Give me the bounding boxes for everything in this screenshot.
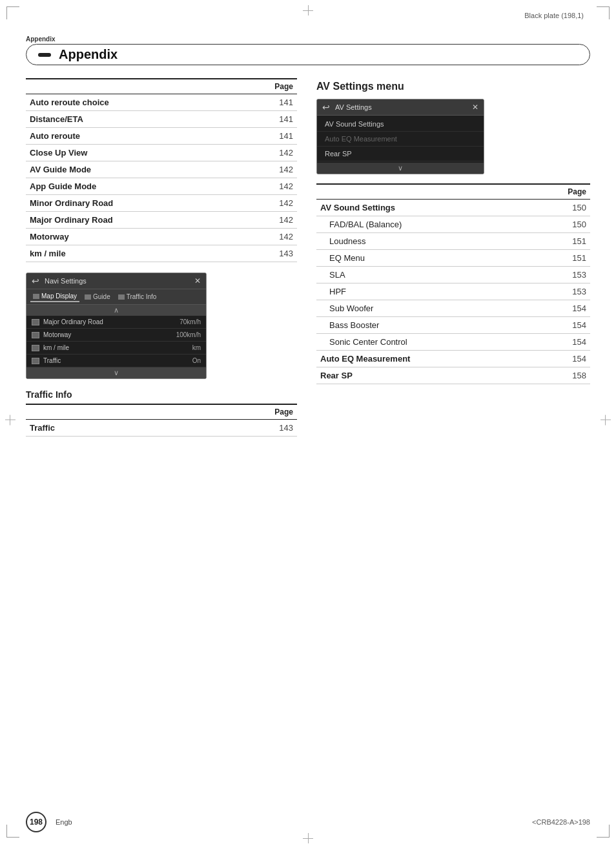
navi-row-value: 100km/h xyxy=(176,331,201,338)
av-settings-title: AV Settings menu xyxy=(316,81,590,92)
row-page: 153 xyxy=(532,283,590,300)
navi-row-label: Traffic xyxy=(43,357,189,364)
navi-tab-icon xyxy=(118,294,125,300)
row-label: Close Up View xyxy=(26,145,236,161)
av-scroll-down: ∨ xyxy=(317,163,484,174)
row-page: 158 xyxy=(532,367,590,384)
table-row: Minor Ordinary Road 142 xyxy=(26,195,297,212)
row-label: EQ Menu xyxy=(316,250,532,267)
navi-settings-screenshot: ↩ Navi Settings ✕ Map DisplayGuideTraffi… xyxy=(26,273,207,379)
corner-tl xyxy=(6,6,19,19)
traffic-index-table: Page Traffic 143 xyxy=(26,404,297,437)
row-page: 143 xyxy=(236,245,297,262)
row-label: Distance/ETA xyxy=(26,111,236,128)
row-label: km / mile xyxy=(26,245,236,262)
navi-row-icon xyxy=(32,358,39,364)
row-page: 151 xyxy=(532,233,590,250)
row-page: 142 xyxy=(236,195,297,212)
row-label: SLA xyxy=(316,267,532,283)
appendix-black-tab xyxy=(38,53,51,57)
row-label: HPF xyxy=(316,283,532,300)
row-label: Auto reroute xyxy=(26,128,236,145)
black-plate-label: Black plate (198,1) xyxy=(524,12,584,19)
row-label: AV Sound Settings xyxy=(316,200,532,216)
table-row: SLA 153 xyxy=(316,267,590,283)
row-label: App Guide Mode xyxy=(26,178,236,195)
row-page: 151 xyxy=(532,250,590,267)
footer-engb: Engb xyxy=(56,818,72,826)
navi-row: km / mile km xyxy=(26,342,206,355)
row-page: 154 xyxy=(532,351,590,367)
navi-row: Motorway 100km/h xyxy=(26,329,206,342)
corner-br xyxy=(597,825,610,838)
navi-row: Major Ordinary Road 70km/h xyxy=(26,316,206,329)
navi-tab: Guide xyxy=(82,292,113,302)
navi-row-icon xyxy=(32,345,39,351)
row-page: 142 xyxy=(236,212,297,229)
av-screenshot-rows: AV Sound SettingsAuto EQ MeasurementRear… xyxy=(317,116,484,163)
av-settings-screenshot: ↩ AV Settings ✕ AV Sound SettingsAuto EQ… xyxy=(316,99,484,174)
row-label: Auto EQ Measurement xyxy=(316,351,532,367)
row-label: AV Guide Mode xyxy=(26,161,236,178)
row-page: 142 xyxy=(236,178,297,195)
table-row: Auto EQ Measurement 154 xyxy=(316,351,590,367)
row-page: 143 xyxy=(177,420,297,437)
row-label: FAD/BAL (Balance) xyxy=(316,216,532,233)
crosshair-top xyxy=(303,5,313,11)
row-page: 141 xyxy=(236,111,297,128)
table-row: Close Up View 142 xyxy=(26,145,297,161)
appendix-heading-bar: Appendix xyxy=(26,44,590,65)
table-row: Sub Woofer 154 xyxy=(316,300,590,317)
table-row: Bass Booster 154 xyxy=(316,317,590,334)
navi-row-icon xyxy=(32,319,39,325)
left-index-table: Page Auto reroute choice 141 Distance/ET… xyxy=(26,78,297,262)
navi-tabs-bar: Map DisplayGuideTraffic Info xyxy=(26,289,206,305)
appendix-section-label: Appendix xyxy=(26,36,590,43)
navi-screenshot-header: ↩ Navi Settings ✕ xyxy=(26,273,206,289)
corner-bl xyxy=(6,825,19,838)
row-label: Major Ordinary Road xyxy=(26,212,236,229)
navi-row: Traffic On xyxy=(26,355,206,367)
left-table-label-header xyxy=(26,79,236,94)
navi-row-label: Major Ordinary Road xyxy=(43,318,176,325)
table-row: km / mile 143 xyxy=(26,245,297,262)
navi-scroll-up: ∧ xyxy=(26,305,206,316)
row-page: 154 xyxy=(532,334,590,351)
row-label: Loudness xyxy=(316,233,532,250)
navi-scroll-down: ∨ xyxy=(26,367,206,378)
row-label: Minor Ordinary Road xyxy=(26,195,236,212)
row-label: Sub Woofer xyxy=(316,300,532,317)
navi-row-icon xyxy=(32,332,39,338)
table-row: Traffic 143 xyxy=(26,420,297,437)
row-page: 142 xyxy=(236,161,297,178)
table-row: Auto reroute choice 141 xyxy=(26,94,297,111)
navi-row-value: km xyxy=(192,344,201,351)
row-page: 154 xyxy=(532,300,590,317)
row-label: Sonic Center Control xyxy=(316,334,532,351)
table-row: Auto reroute 141 xyxy=(26,128,297,145)
traffic-table-page-header: Page xyxy=(177,404,297,420)
av-screenshot-row: Auto EQ Measurement xyxy=(317,132,484,147)
navi-row-label: Motorway xyxy=(43,331,172,338)
navi-row-value: On xyxy=(192,357,201,364)
table-row: AV Sound Settings 150 xyxy=(316,200,590,216)
table-row: Sonic Center Control 154 xyxy=(316,334,590,351)
footer-code: <CRB4228-A>198 xyxy=(532,818,590,826)
table-row: HPF 153 xyxy=(316,283,590,300)
row-label: Rear SP xyxy=(316,367,532,384)
av-table-label-header xyxy=(316,184,532,200)
navi-tab-icon xyxy=(33,294,39,299)
navi-tab-icon xyxy=(85,294,91,300)
navi-tab: Traffic Info xyxy=(116,292,159,302)
navi-close-icon: ✕ xyxy=(194,276,201,285)
navi-tab: Map Display xyxy=(30,291,79,302)
av-close-icon: ✕ xyxy=(472,103,478,112)
row-page: 153 xyxy=(532,267,590,283)
crosshair-bottom xyxy=(303,833,313,839)
row-label: Traffic xyxy=(26,420,177,437)
main-content: Appendix Appendix Page Auto reroute choi… xyxy=(26,36,590,812)
traffic-table-label-header xyxy=(26,404,177,420)
row-page: 142 xyxy=(236,229,297,245)
av-back-icon: ↩ xyxy=(322,102,330,112)
table-row: EQ Menu 151 xyxy=(316,250,590,267)
